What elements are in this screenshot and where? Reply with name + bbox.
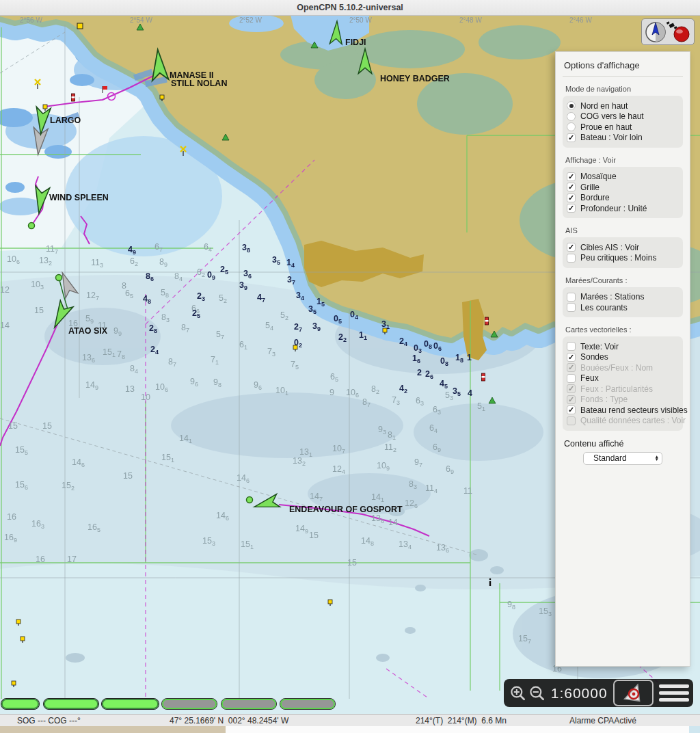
checkbox[interactable]: ✓ [567,243,576,252]
ais-target-label: ATAO SIX [68,326,108,336]
option-row[interactable]: COG vers le haut [567,111,679,121]
longitude-label: 2°46 W [569,16,592,24]
option-row[interactable]: Nord en haut [567,101,679,111]
checkbox[interactable] [567,342,576,351]
buoy-black-i-icon[interactable] [489,578,492,586]
option-label: Profondeur : Unité [580,204,647,213]
option-row[interactable]: Feux [567,373,679,383]
option-row[interactable]: ✓Bouées/Feux : Nom [567,363,679,373]
checkbox[interactable] [567,416,576,425]
depth-sounding: 15 [42,421,52,431]
checkbox[interactable]: ✓ [567,363,576,372]
radio-button[interactable] [567,101,576,110]
checkbox[interactable]: ✓ [567,395,576,404]
hamburger-icon [659,684,689,688]
zoom-out-button[interactable] [527,680,546,706]
status-bar: SOG --- COG ---° 47° 25.1669' N 002° 48.… [0,714,700,727]
bottom-strip [0,726,700,733]
option-label: Proue en haut [580,122,632,132]
chart-pill[interactable] [1,699,39,709]
option-label: Feux [580,373,599,383]
depth-sounding: 14 [0,321,10,330]
compass-widget[interactable] [641,18,695,45]
checkbox[interactable] [567,293,576,302]
menu-button[interactable] [659,684,689,702]
section-label: Mode de navigation [565,85,680,93]
section-box: Marées : StationsLes courants [563,287,683,318]
opencpn-window: OpenCPN 5.10.2-universal [0,0,700,733]
checkbox[interactable]: ✓ [567,405,576,414]
option-row[interactable]: Les courants [567,303,679,312]
option-row[interactable]: ✓Bordure [567,193,679,202]
depth-sounding: 10 [141,392,150,402]
ais-target-label: HONEY BADGER [380,74,450,83]
ais-target-label: FIDJI [345,38,366,47]
option-row[interactable]: ✓Feux : Particularités [567,384,679,394]
depth-sounding: 15 [34,306,44,315]
option-row[interactable]: ✓Sondes [567,352,679,362]
checkbox[interactable]: ✓ [567,353,576,362]
depth-sounding: 13 [125,384,135,394]
checkbox[interactable]: ✓ [567,194,576,202]
checkbox[interactable] [567,303,576,312]
option-label: Bateau : Voir loin [580,133,643,142]
option-label: Fonds : Type [580,395,628,404]
track-origin-marker[interactable] [247,497,253,503]
window-titlebar[interactable]: OpenCPN 5.10.2-universal [0,0,700,16]
option-row[interactable]: Qualité données cartes : Voir [567,416,679,425]
option-label: Qualité données cartes : Voir [580,416,686,425]
option-label: Sondes [580,352,608,362]
checkbox[interactable]: ✓ [567,183,576,191]
option-row[interactable]: ✓Bateau : Voir loin [567,133,679,142]
radio-button[interactable] [567,122,576,131]
section-box: ✓Mosaïque✓Grille✓Bordure✓Profondeur : Un… [563,167,683,219]
buoy-red-pole-icon[interactable] [482,373,485,381]
chart-pill[interactable] [162,699,217,709]
track-origin-marker[interactable] [29,223,35,229]
buoy-red-pole-icon[interactable] [485,317,489,325]
bottom-strip-left [0,726,226,733]
longitude-label: 2°56 W [20,16,42,24]
zoom-in-button[interactable] [508,680,527,706]
chart-pill[interactable] [44,699,98,709]
content-displayed-value: Standard [593,453,627,463]
option-row[interactable]: ✓Grille [567,183,679,192]
option-row[interactable]: ✓Mosaïque [567,172,679,181]
option-row[interactable]: Texte: Voir [567,342,679,351]
chart-pill[interactable] [280,699,335,709]
bottom-strip-right [689,726,700,733]
chart-pill[interactable] [221,699,276,709]
option-label: Bordure [580,193,610,202]
checkbox[interactable] [567,254,576,263]
option-label: Nord en haut [580,101,628,111]
option-row[interactable]: ✓Fonds : Type [567,395,679,404]
buoy-yellow-can-icon[interactable] [77,23,83,29]
checkbox[interactable]: ✓ [567,384,576,393]
checkbox[interactable] [567,374,576,383]
boat-bullseye-icon [621,682,645,704]
chart-control-bar: 1:60000 [504,679,693,707]
option-row[interactable]: ✓Profondeur : Unité [567,204,679,213]
track-origin-marker[interactable] [56,275,62,281]
depth-sounding: 11 [463,486,472,496]
chart-pill[interactable] [102,699,159,709]
depth-sounding: 16 [36,555,45,564]
option-row[interactable]: Peu critiques : Moins [567,253,679,263]
option-row[interactable]: ✓Bateau rend secteurs visibles [567,405,679,415]
option-row[interactable]: Proue en haut [567,122,679,132]
cursor-position-readout: 47° 25.1669' N 002° 48.2454' W [170,716,288,725]
radio-button[interactable] [567,112,576,121]
option-row[interactable]: ✓Cibles AIS : Voir [567,243,679,252]
up-down-chevrons-icon: ▲▼ [655,455,659,462]
checkbox[interactable]: ✓ [567,204,576,213]
option-row[interactable]: Marées : Stations [567,292,679,302]
center-on-ship-button[interactable] [613,680,654,706]
content-displayed-select[interactable]: Standard ▲▼ [583,452,662,465]
checkbox[interactable]: ✓ [567,172,576,181]
option-label: Bateau rend secteurs visibles [580,405,688,415]
checkbox[interactable]: ✓ [567,133,576,142]
sog-cog-readout: SOG --- COG ---° [17,716,81,725]
options-panel-title: Options d'affichage [563,59,683,77]
buoy-red-pole-icon[interactable] [72,94,75,101]
depth-sounding: 2 [417,368,422,377]
